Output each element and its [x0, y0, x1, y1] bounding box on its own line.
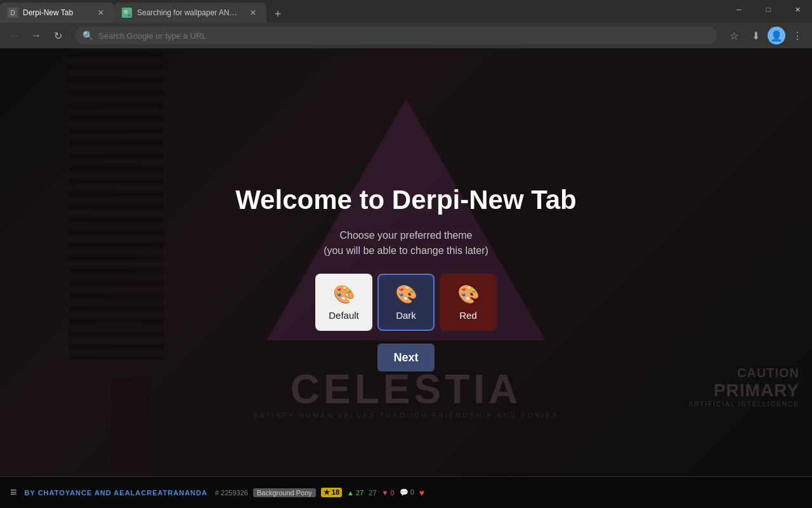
- next-button[interactable]: Next: [377, 344, 435, 371]
- back-button[interactable]: ←: [5, 26, 24, 45]
- tab-close-1[interactable]: ✕: [95, 7, 107, 18]
- tab-close-2[interactable]: ✕: [247, 7, 259, 18]
- bottom-meta: # 2259326 Background Pony ★ 18 ▲ 27 27 ▼…: [215, 488, 424, 498]
- maximize-button[interactable]: □: [754, 0, 783, 19]
- bottom-bar: ≡ BY CHATOYANCE AND AEALACREATRANANDA # …: [0, 476, 812, 508]
- post-id: # 2259326: [215, 489, 248, 497]
- window-controls: ─ □ ✕: [724, 0, 812, 19]
- title-bar: D Derpi-New Tab ✕ 🔍 Searching for wallpa…: [0, 0, 812, 23]
- palette-icon-dark: 🎨: [395, 284, 417, 305]
- dialog-subtitle: Choose your preferred theme (you will be…: [324, 228, 488, 258]
- browser-frame: D Derpi-New Tab ✕ 🔍 Searching for wallpa…: [0, 0, 812, 508]
- dialog-overlay: Welcome to Derpi-New Tab Choose your pre…: [0, 48, 812, 508]
- close-button[interactable]: ✕: [783, 0, 812, 19]
- address-bar[interactable]: 🔍: [75, 27, 717, 44]
- menu-button[interactable]: ⋮: [788, 26, 807, 45]
- tab-favicon-1: D: [8, 8, 18, 18]
- comment-count: 💬 0: [400, 488, 414, 497]
- url-input[interactable]: [98, 31, 709, 41]
- minimize-button[interactable]: ─: [724, 0, 754, 19]
- tab-favicon-2: 🔍: [122, 8, 132, 18]
- theme-label-red: Red: [459, 310, 477, 321]
- upvote-count: ▲ 27: [347, 489, 363, 497]
- fav-icon[interactable]: ♥: [419, 488, 424, 498]
- theme-button-default[interactable]: 🎨 Default: [315, 274, 372, 331]
- score-count: 27: [369, 489, 376, 497]
- tab-search[interactable]: 🔍 Searching for wallpaper AND (sa... ✕: [114, 3, 266, 23]
- welcome-dialog: Welcome to Derpi-New Tab Choose your pre…: [235, 185, 577, 371]
- toolbar-right: ☆ ⬇ 👤 ⋮: [724, 26, 807, 45]
- author-text: BY CHATOYANCE AND AEALACREATRANANDA: [25, 489, 207, 497]
- theme-button-red[interactable]: 🎨 Red: [440, 274, 497, 331]
- palette-icon-red: 🎨: [457, 284, 480, 305]
- theme-label-default: Default: [329, 310, 359, 321]
- theme-button-dark[interactable]: 🎨 Dark: [377, 274, 435, 331]
- nav-bar: ← → ↻ 🔍 ☆ ⬇ 👤 ⋮: [0, 23, 812, 48]
- tab-title-2: Searching for wallpaper AND (sa...: [137, 8, 242, 17]
- dialog-title: Welcome to Derpi-New Tab: [235, 185, 577, 215]
- theme-label-dark: Dark: [396, 310, 416, 321]
- forward-button[interactable]: →: [27, 26, 46, 45]
- tab-derpi-new[interactable]: D Derpi-New Tab ✕: [0, 3, 114, 23]
- new-tab-button[interactable]: +: [269, 5, 287, 23]
- theme-buttons-group: 🎨 Default 🎨 Dark 🎨 Red: [315, 274, 497, 331]
- downvote-count: ▼ 0: [382, 489, 395, 497]
- search-icon: 🔍: [82, 30, 93, 41]
- palette-icon-default: 🎨: [333, 284, 355, 305]
- profile-button[interactable]: 👤: [768, 27, 785, 44]
- content-area: CELESTIA SATISFY HUMAN VALUES THROUGH FR…: [0, 48, 812, 508]
- bookmark-button[interactable]: ☆: [724, 26, 743, 45]
- tabs-bar: D Derpi-New Tab ✕ 🔍 Searching for wallpa…: [0, 0, 287, 23]
- menu-icon[interactable]: ≡: [10, 486, 17, 499]
- post-tag: Background Pony: [253, 488, 316, 497]
- downloads-button[interactable]: ⬇: [746, 26, 765, 45]
- reload-button[interactable]: ↻: [48, 26, 67, 45]
- tab-title-1: Derpi-New Tab: [23, 8, 90, 17]
- star-count: ★ 18: [321, 488, 342, 497]
